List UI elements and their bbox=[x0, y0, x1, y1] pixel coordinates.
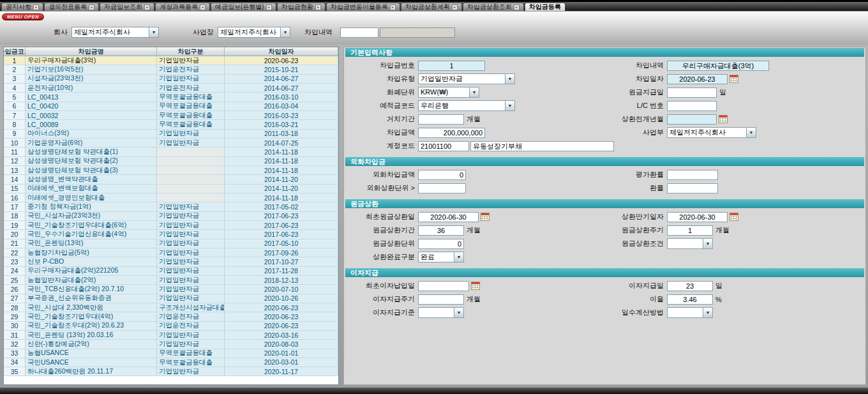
loan-number-field[interactable]: 1 bbox=[418, 61, 485, 71]
tab-10[interactable]: 차입금등록 bbox=[525, 3, 565, 11]
calendar-icon[interactable] bbox=[730, 75, 738, 83]
loan-description-field[interactable]: 우리구매자금대출(3억) bbox=[667, 61, 769, 71]
valuation-exchange-rate-field[interactable] bbox=[667, 170, 718, 180]
close-icon[interactable]: × bbox=[200, 4, 206, 10]
principal-repayment-unit-field[interactable]: 0 bbox=[418, 239, 464, 249]
table-row[interactable]: 14삼성생명_변액약관대출2014-11-20 bbox=[4, 175, 338, 184]
table-row[interactable]: 29국민_기술창조기업우대(4억)기업운전자금2020-06-23 bbox=[4, 312, 338, 321]
close-icon[interactable]: × bbox=[452, 4, 458, 10]
form-row: 차입금액200,000,000사업부제일저지주식회사▼ bbox=[345, 126, 864, 139]
table-row[interactable]: 31국민_온렌딩 (13억) 20.03.16기업일반자금2020-03-16 bbox=[4, 331, 338, 340]
company-select[interactable]: 제일저지주식회사 ▼ bbox=[71, 27, 159, 38]
table-row[interactable]: 15미래에셋_변액보험대출2014-11-20 bbox=[4, 185, 338, 193]
close-icon[interactable]: × bbox=[89, 4, 94, 10]
menu-open-button[interactable]: MENU OPEN bbox=[2, 13, 44, 20]
table-row[interactable]: 30국민_기술창조우대(2억) 20.6.23기업운전자금2020-06-23 bbox=[4, 322, 338, 331]
tab-9[interactable]: 차입금상환조회× bbox=[463, 3, 524, 11]
deposit-code-select[interactable]: 우리은행▼ bbox=[418, 100, 515, 111]
table-row[interactable]: 25농협일반자금대출(2억)기업일반자금2018-12-13 bbox=[4, 276, 338, 285]
exchange-rate-field[interactable] bbox=[667, 183, 718, 193]
loan-date-field[interactable]: 2020-06-23 bbox=[667, 74, 728, 84]
table-row[interactable]: 23신보 P-CBO기업일반자금2017-10-27 bbox=[4, 257, 338, 266]
rollover-year-month-field[interactable] bbox=[667, 114, 717, 125]
calendar-icon[interactable] bbox=[481, 213, 490, 221]
tab-2[interactable]: 결의전표등록× bbox=[44, 3, 99, 11]
table-row[interactable]: 33농협USANCE무역포괄금융대출2020-01-01 bbox=[4, 349, 338, 358]
tab-8[interactable]: 차입금상환계획× bbox=[401, 3, 462, 11]
table-row[interactable]: 2기업기보(16억5천)기업운전자금2015-10-21 bbox=[4, 65, 338, 74]
business-unit-select[interactable]: 제일저지주식회사▼ bbox=[667, 127, 756, 138]
table-row[interactable]: 6LC_00420무역포괄금융대출2016-03-04 bbox=[4, 102, 338, 111]
table-row[interactable]: 1우리구매자금대출(3억)기업일반자금2020-06-23 bbox=[4, 56, 338, 65]
principal-repayment-period-field[interactable]: 36 bbox=[418, 225, 464, 236]
table-row[interactable]: 28국민_시설대 2,330백만원구조개선시설자금대출2020-06-23 bbox=[4, 303, 338, 312]
calendar-icon[interactable] bbox=[471, 282, 480, 290]
table-row[interactable]: 8LC_00089무역포괄금융대출2016-03-21 bbox=[4, 120, 338, 129]
table-row[interactable]: 12삼성생명단체보험 약관대출(2)2014-11-18 bbox=[4, 157, 338, 166]
calendar-icon[interactable] bbox=[719, 115, 728, 123]
table-row[interactable]: 35하나대출260백만원 20.11.17기업일반자금2020-11-17 bbox=[4, 367, 338, 376]
principal-payment-day-field[interactable] bbox=[667, 87, 717, 98]
table-row[interactable]: 32신한(-)통장예금(2억)기업일반자금2020-08-03 bbox=[4, 340, 338, 349]
account-code-field[interactable]: 21001100 bbox=[418, 141, 469, 151]
table-row[interactable]: 4운전자금(10억)기업운전자금2014-06-27 bbox=[4, 84, 338, 93]
first-interest-payment-date-field[interactable] bbox=[418, 281, 469, 291]
table-row[interactable]: 13삼성생명단체보험 약관대출(3)2014-11-18 bbox=[4, 166, 338, 175]
repayment-complete-status-select[interactable]: 완료▼ bbox=[418, 252, 464, 262]
table-row[interactable]: 26국민_TCB신용대출(2억) 20.7.10기업일반자금2020-07-10 bbox=[4, 285, 338, 294]
table-row[interactable]: 20국민_우수기술기업신용대출(4억)기업일반자금2017-06-23 bbox=[4, 230, 338, 239]
table-row[interactable]: 21국민_온렌딩(13억)기업일반자금2017-05-10 bbox=[4, 239, 338, 248]
tab-6[interactable]: 차입금현황× bbox=[277, 3, 326, 11]
table-row[interactable]: 19국민_기술창조기업우대대출(6억)기업일반자금2017-06-23 bbox=[4, 221, 338, 230]
loan-type-cell: 기업일반자금 bbox=[157, 340, 225, 348]
table-row[interactable]: 24우리구매자금대출(2억)221205기업일반자금2017-11-28 bbox=[4, 267, 338, 276]
interest-payment-day-field[interactable]: 23 bbox=[667, 281, 713, 291]
fx-repayment-unit-field[interactable] bbox=[418, 183, 466, 193]
calendar-icon[interactable] bbox=[730, 213, 738, 221]
maturity-date-field[interactable]: 2020-06-30 bbox=[667, 212, 728, 222]
currency-unit-select[interactable]: KRW(₩)▼ bbox=[418, 87, 479, 98]
principal-repayment-cycle-field[interactable]: 1 bbox=[667, 225, 713, 236]
loan-desc-code-input[interactable] bbox=[340, 27, 378, 38]
table-row[interactable]: 10기업운영자금(6억)기업일반자금2014-07-25 bbox=[4, 139, 338, 148]
table-row[interactable]: 9마이너스(3억)기업일반자금2011-03-18 bbox=[4, 130, 338, 139]
table-row[interactable]: 11삼성생명단체보험 약관대출(1)2014-11-18 bbox=[4, 148, 338, 156]
table-row[interactable]: 34국민USANCE무역포괄금융대출2020-03-01 bbox=[4, 358, 338, 367]
interest-payment-cycle-label: 이자지급주기 bbox=[347, 294, 418, 304]
loan-desc-name-input[interactable] bbox=[380, 27, 455, 38]
tab-1[interactable]: 공지사항× bbox=[1, 3, 43, 11]
loan-code-cell: 5 bbox=[4, 93, 26, 101]
interest-payment-basis-select[interactable]: ▼ bbox=[418, 307, 464, 318]
principal-repayment-condition-value bbox=[668, 239, 703, 248]
interest-rate-field[interactable]: 3.46 bbox=[667, 294, 713, 305]
close-icon[interactable]: × bbox=[144, 4, 150, 10]
close-icon[interactable]: × bbox=[514, 4, 520, 10]
table-row[interactable]: 3시설자금(23억3천)기업일반자금2014-06-27 bbox=[4, 75, 338, 84]
site-select[interactable]: 제일저지주식회사 ▼ bbox=[218, 27, 290, 38]
table-row[interactable]: 18국민_시설자금(23억3천)기업일반자금2017-06-23 bbox=[4, 212, 338, 221]
day-count-method-select[interactable]: ▼ bbox=[667, 307, 713, 318]
close-icon[interactable]: × bbox=[33, 4, 39, 10]
lc-number-field[interactable] bbox=[667, 101, 717, 111]
table-row[interactable]: 22농협장기차입금(5억)기업일반자금2017-09-26 bbox=[4, 248, 338, 257]
fx-loan-amount-field[interactable]: 0 bbox=[418, 170, 466, 180]
close-icon[interactable]: × bbox=[315, 4, 321, 10]
account-code-name-field[interactable]: 유동성장기부채 bbox=[470, 141, 614, 151]
interest-payment-cycle-field[interactable] bbox=[418, 294, 464, 305]
grace-period-field[interactable] bbox=[418, 114, 464, 125]
close-icon[interactable]: × bbox=[266, 4, 272, 10]
table-row[interactable]: 16미래에셋_경영인보험대출2014-11-18 bbox=[4, 193, 338, 202]
table-row[interactable]: 7LC_00032무역포괄금융대출2016-03-23 bbox=[4, 111, 338, 120]
principal-repayment-condition-select[interactable]: ▼ bbox=[667, 238, 713, 249]
loan-type-select[interactable]: 기업일반자금▼ bbox=[418, 73, 515, 84]
tab-3[interactable]: 자금일보조회× bbox=[100, 3, 154, 11]
tab-5[interactable]: 예금일보(은행별)× bbox=[211, 3, 276, 11]
loan-amount-field[interactable]: 200,000,000 bbox=[418, 128, 485, 138]
table-row[interactable]: 5LC_00413무역포괄금융대출2016-03-10 bbox=[4, 93, 338, 102]
table-row[interactable]: 17중기청 정책자금(1억)기업일반자금2017-05-02 bbox=[4, 202, 338, 211]
tab-4[interactable]: 계정과목등록× bbox=[155, 3, 210, 11]
tab-7[interactable]: 차입금변동이율등록× bbox=[326, 3, 400, 11]
close-icon[interactable]: × bbox=[390, 4, 396, 10]
table-row[interactable]: 27부국증권_선순위유동화증권기업일반자금2020-10-26 bbox=[4, 294, 338, 303]
first-principal-repayment-date-field[interactable]: 2020-06-30 bbox=[418, 212, 479, 222]
